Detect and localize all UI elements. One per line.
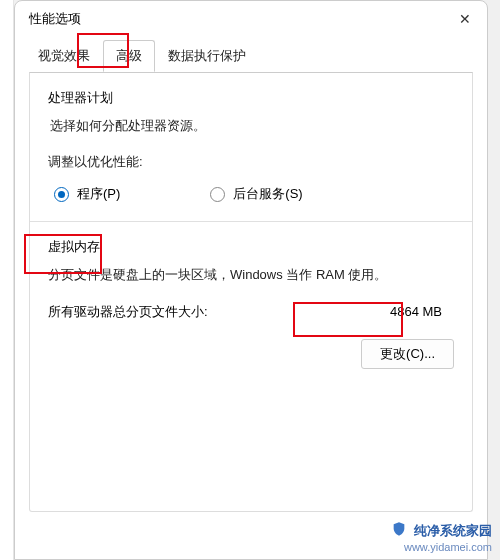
dialog-title: 性能选项 [29, 10, 81, 28]
processor-scheduling-desc: 选择如何分配处理器资源。 [48, 117, 454, 135]
scheduling-radio-group: 程序(P) 后台服务(S) [48, 185, 454, 203]
radio-programs-label: 程序(P) [77, 185, 120, 203]
watermark-line2: www.yidamei.com [391, 540, 492, 554]
virtual-memory-title: 虚拟内存 [48, 238, 454, 256]
virtual-memory-desc: 分页文件是硬盘上的一块区域，Windows 当作 RAM 使用。 [48, 266, 454, 284]
tab-dep[interactable]: 数据执行保护 [155, 40, 259, 72]
close-icon[interactable]: ✕ [455, 9, 475, 29]
paging-file-total-row: 所有驱动器总分页文件大小: 4864 MB [48, 302, 454, 321]
titlebar: 性能选项 ✕ [15, 1, 487, 35]
background-sliver [0, 0, 14, 560]
radio-services-label: 后台服务(S) [233, 185, 302, 203]
radio-icon [54, 187, 69, 202]
paging-file-total-label: 所有驱动器总分页文件大小: [48, 303, 208, 321]
tab-visual-effects[interactable]: 视觉效果 [25, 40, 103, 72]
tab-strip: 视觉效果 高级 数据执行保护 [15, 39, 487, 72]
watermark: 纯净系统家园 www.yidamei.com [391, 521, 492, 554]
performance-options-dialog: 性能选项 ✕ 视觉效果 高级 数据执行保护 处理器计划 选择如何分配处理器资源。… [14, 0, 488, 560]
shield-icon [391, 521, 407, 537]
processor-scheduling-title: 处理器计划 [48, 89, 454, 107]
change-button[interactable]: 更改(C)... [361, 339, 454, 369]
section-divider [30, 221, 472, 222]
adjust-for-label: 调整以优化性能: [48, 153, 454, 171]
watermark-line1: 纯净系统家园 [391, 521, 492, 540]
paging-file-total-value: 4864 MB [378, 302, 454, 321]
tab-advanced[interactable]: 高级 [103, 40, 155, 72]
change-button-row: 更改(C)... [48, 339, 454, 369]
radio-icon [210, 187, 225, 202]
radio-background-services[interactable]: 后台服务(S) [210, 185, 302, 203]
tab-panel-advanced: 处理器计划 选择如何分配处理器资源。 调整以优化性能: 程序(P) 后台服务(S… [29, 72, 473, 512]
radio-programs[interactable]: 程序(P) [54, 185, 120, 203]
